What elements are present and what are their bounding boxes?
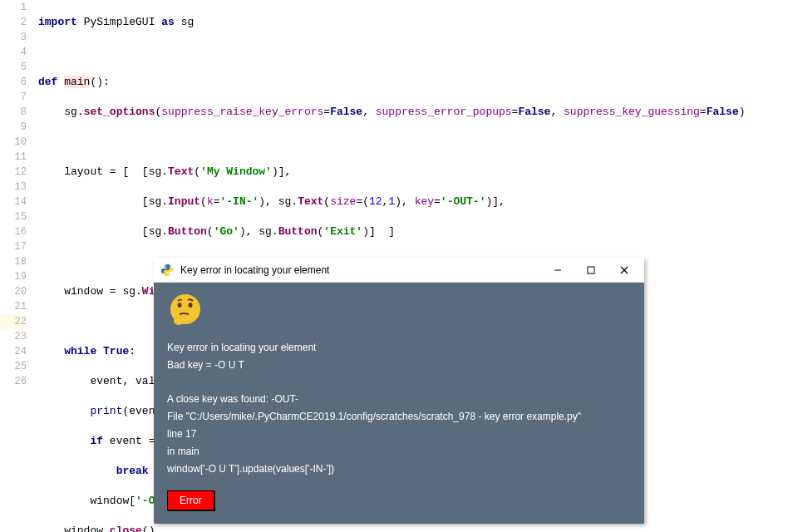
line-number: 18 [0,254,27,269]
line-number: 23 [0,329,27,344]
code-line [38,135,788,150]
line-number: 17 [0,239,27,254]
minimize-icon [554,266,562,274]
error-close-key: A close key was found: -OUT- [167,392,631,406]
dialog-body: Key error in locating your element Bad k… [154,283,644,524]
line-number: 26 [0,374,27,389]
line-number: 7 [0,90,27,105]
code-line: def main(): [38,75,788,90]
maximize-button[interactable] [574,259,608,282]
line-number: 24 [0,344,27,359]
line-number: 4 [0,45,27,60]
svg-point-8 [189,303,193,308]
svg-point-7 [178,303,182,308]
code-line: [sg.Input(k='-IN-'), sg.Text(size=(12,1)… [38,195,788,209]
line-number: 3 [0,30,27,45]
line-number: 1 [0,0,27,15]
error-dialog: Key error in locating your element [154,258,644,524]
code-line [38,45,788,60]
line-number: 13 [0,180,27,195]
minimize-button[interactable] [541,259,574,282]
error-file: File "C:/Users/mike/.PyCharmCE2019.1/con… [167,410,631,424]
error-code-snippet: window['-O U T'].update(values['-IN-']) [167,462,631,476]
line-number: 10 [0,135,27,150]
dialog-title: Key error in locating your element [180,264,541,276]
error-bad-key: Bad key = -O U T [167,358,631,372]
line-number: 12 [0,165,27,180]
line-number: 25 [0,359,27,374]
dialog-titlebar[interactable]: Key error in locating your element [154,258,644,283]
line-number: 11 [0,150,27,165]
line-number: 8 [0,105,27,120]
code-line: [sg.Button('Go'), sg.Button('Exit')] ] [38,224,788,239]
line-number: 22 [0,314,27,329]
line-number: 15 [0,209,27,224]
close-button[interactable] [608,259,641,282]
error-button[interactable]: Error [167,490,214,510]
svg-rect-3 [588,267,594,273]
svg-point-1 [168,273,169,274]
maximize-icon [587,266,595,274]
code-line: sg.set_options(suppress_raise_key_errors… [38,105,788,120]
code-line: import PySimpleGUI as sg [38,15,788,30]
line-number: 14 [0,195,27,209]
error-heading: Key error in locating your element [167,341,631,355]
svg-point-0 [165,265,165,266]
line-gutter: 1 2 3 4 5 6 7 8 9 10 11 12 13 14 15 16 1… [0,0,33,532]
line-number: 21 [0,299,27,314]
line-number: 9 [0,120,27,135]
line-number: 2 [0,15,27,30]
thinking-emoji-icon [167,293,204,329]
close-icon [620,266,628,274]
line-number: 16 [0,224,27,239]
python-icon [160,264,174,277]
line-number: 5 [0,60,27,75]
line-number: 20 [0,284,27,299]
line-number: 6 [0,75,27,90]
code-line: window.close() [38,524,788,532]
error-in-func: in main [167,445,631,459]
error-line-no: line 17 [167,427,631,441]
code-line: layout = [ [sg.Text('My Window')], [38,165,788,180]
line-number: 19 [0,269,27,284]
